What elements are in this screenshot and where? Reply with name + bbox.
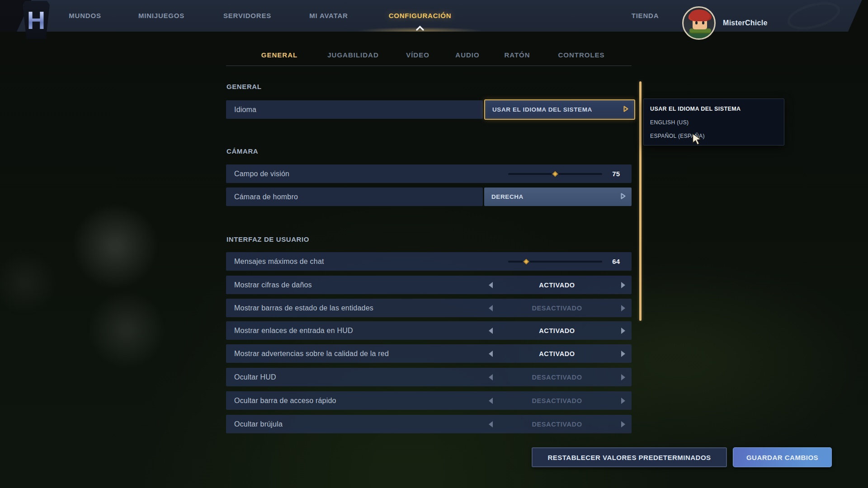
setting-label: Campo de visión: [226, 170, 289, 178]
toggle-control: DESACTIVADO: [482, 299, 632, 317]
menu-item-sistema[interactable]: USAR EL IDIOMA DEL SISTEMA: [644, 102, 784, 116]
section-title-camara: CÁMARA: [226, 147, 258, 156]
settings-screen: MUNDOS MINIJUEGOS SERVIDORES MI AVATAR C…: [0, 0, 868, 488]
language-dropdown-value: USAR EL IDIOMA DEL SISTEMA: [485, 106, 592, 113]
triangle-left-icon[interactable]: [489, 328, 493, 334]
setting-row-cifras-danos: Mostrar cifras de daños ACTIVADO: [226, 276, 632, 294]
chat-slider-handle[interactable]: [522, 257, 530, 265]
triangle-left-icon[interactable]: [489, 282, 493, 288]
toggle-status: ACTIVADO: [493, 350, 621, 357]
toggle-control: ACTIVADO: [482, 321, 632, 340]
avatar-eyes: [695, 21, 698, 24]
toggle-control: DESACTIVADO: [482, 391, 632, 410]
toggle-status: DESACTIVADO: [493, 305, 621, 312]
hytale-logo[interactable]: H: [23, 1, 50, 39]
nav-item-mi-avatar[interactable]: MI AVATAR: [309, 0, 348, 32]
shoulder-camera-value: DERECHA: [484, 193, 524, 200]
shoulder-camera-dropdown-button[interactable]: DERECHA: [484, 188, 632, 206]
setting-label: Idioma: [226, 106, 256, 114]
setting-label: Mostrar cifras de daños: [226, 281, 312, 289]
language-dropdown-menu: USAR EL IDIOMA DEL SISTEMA ENGLISH (US) …: [643, 99, 784, 145]
toggle-control: DESACTIVADO: [482, 415, 632, 433]
save-changes-button[interactable]: GUARDAR CAMBIOS: [733, 447, 832, 467]
toggle-control: ACTIVADO: [482, 276, 632, 294]
setting-row-camara-de-hombro: Cámara de hombro DERECHA: [226, 188, 632, 206]
triangle-right-icon[interactable]: [621, 421, 625, 427]
setting-row-ocultar-hud: Ocultar HUD DESACTIVADO: [226, 368, 632, 386]
setting-label: Ocultar HUD: [226, 373, 276, 381]
setting-row-ocultar-brujula: Ocultar brújula DESACTIVADO: [226, 415, 632, 433]
chevron-right-icon: [623, 105, 629, 114]
avatar: [682, 6, 716, 40]
setting-label: Ocultar barra de acceso rápido: [226, 397, 336, 405]
tab-general[interactable]: GENERAL: [261, 47, 297, 63]
chevron-up-icon: [415, 24, 425, 33]
profile-button[interactable]: MisterChicle: [682, 6, 768, 40]
triangle-right-icon[interactable]: [621, 351, 625, 357]
tab-audio[interactable]: AUDIO: [455, 47, 479, 63]
toggle-control: DESACTIVADO: [482, 368, 632, 386]
setting-row-barras-estado: Mostrar barras de estado de las entidade…: [226, 299, 632, 317]
mouse-cursor-icon: [692, 133, 702, 147]
triangle-left-icon[interactable]: [489, 398, 493, 404]
toggle-status: DESACTIVADO: [493, 374, 621, 381]
reset-defaults-button[interactable]: RESTABLECER VALORES PREDETERMINADOS: [532, 447, 727, 467]
tab-raton[interactable]: RATÓN: [504, 47, 530, 63]
fov-slider-track[interactable]: [508, 173, 602, 175]
menu-item-english[interactable]: ENGLISH (US): [644, 116, 784, 129]
setting-row-enlaces-hud: Mostrar enlaces de entrada en HUD ACTIVA…: [226, 321, 632, 340]
language-dropdown-button[interactable]: USAR EL IDIOMA DEL SISTEMA: [484, 99, 635, 120]
tab-video[interactable]: VÍDEO: [406, 47, 429, 63]
setting-row-mensajes-chat: Mensajes máximos de chat 64: [226, 252, 632, 271]
fov-slider-handle[interactable]: [551, 169, 559, 178]
setting-label: Mensajes máximos de chat: [226, 258, 324, 266]
avatar-hair: [690, 9, 710, 21]
toggle-control: ACTIVADO: [482, 344, 632, 363]
toggle-status: DESACTIVADO: [493, 397, 621, 404]
setting-label: Ocultar brújula: [226, 420, 283, 428]
settings-scrollbar[interactable]: [639, 81, 642, 321]
setting-row-campo-de-vision: Campo de visión 75: [226, 164, 632, 183]
setting-label: Mostrar advertencias sobre la calidad de…: [226, 350, 389, 358]
tab-jugabilidad[interactable]: JUGABILIDAD: [327, 47, 379, 63]
username-label: MisterChicle: [723, 19, 768, 27]
chevron-right-icon: [620, 192, 626, 201]
setting-label: Mostrar barras de estado de las entidade…: [226, 304, 373, 312]
tab-controles[interactable]: CONTROLES: [558, 47, 604, 63]
tabs-divider: [226, 66, 632, 66]
chat-slider-track[interactable]: [508, 261, 602, 263]
setting-label: Cámara de hombro: [226, 193, 298, 201]
setting-label-segment: Cámara de hombro: [226, 188, 483, 206]
toggle-status: DESACTIVADO: [493, 421, 621, 428]
nav-item-minijuegos[interactable]: MINIJUEGOS: [138, 0, 184, 32]
setting-row-advertencias-red: Mostrar advertencias sobre la calidad de…: [226, 344, 632, 363]
triangle-right-icon[interactable]: [621, 305, 625, 311]
toggle-status: ACTIVADO: [493, 282, 621, 289]
triangle-right-icon[interactable]: [621, 398, 625, 404]
nav-item-servidores[interactable]: SERVIDORES: [223, 0, 271, 32]
nav-item-tienda[interactable]: TIENDA: [632, 0, 659, 32]
logo-letter: H: [27, 5, 45, 35]
triangle-left-icon[interactable]: [489, 374, 493, 380]
triangle-left-icon[interactable]: [489, 305, 493, 311]
triangle-right-icon[interactable]: [621, 328, 625, 334]
setting-row-ocultar-acceso-rapido: Ocultar barra de acceso rápido DESACTIVA…: [226, 391, 632, 410]
header-watermark: [784, 0, 843, 35]
setting-label: Mostrar enlaces de entrada en HUD: [226, 327, 353, 335]
section-title-general: GENERAL: [226, 82, 262, 91]
triangle-left-icon[interactable]: [489, 421, 493, 427]
triangle-right-icon[interactable]: [621, 374, 625, 380]
triangle-right-icon[interactable]: [621, 282, 625, 288]
menu-item-espanol[interactable]: ESPAÑOL (ESPAÑA): [644, 129, 784, 143]
triangle-left-icon[interactable]: [489, 351, 493, 357]
setting-label-segment: Idioma: [226, 100, 483, 119]
setting-row-idioma: Idioma USAR EL IDIOMA DEL SISTEMA: [226, 100, 632, 119]
chat-slider-value: 64: [612, 258, 620, 265]
nav-item-mundos[interactable]: MUNDOS: [69, 0, 101, 32]
section-title-interfaz: INTERFAZ DE USUARIO: [226, 235, 309, 244]
toggle-status: ACTIVADO: [493, 327, 621, 334]
fov-slider-value: 75: [612, 170, 620, 178]
